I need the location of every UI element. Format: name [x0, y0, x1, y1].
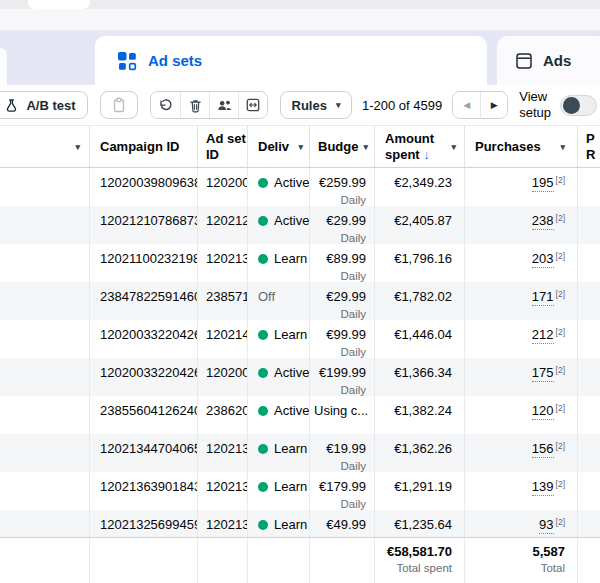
budget-cell[interactable]: €19.99 Daily [310, 434, 375, 472]
campaigns-tab-edge[interactable] [0, 48, 7, 85]
adset-id-cell[interactable]: 2385711 [198, 282, 248, 320]
adset-name-cell[interactable] [0, 358, 90, 396]
ab-test-button[interactable]: A/B test [0, 91, 88, 119]
adset-id-cell[interactable]: 1202134 [198, 434, 248, 472]
header-delivery[interactable]: Deliv ▾ [248, 126, 310, 167]
header-budget[interactable]: Budge ▾ [310, 126, 375, 167]
adset-name-cell[interactable] [0, 282, 90, 320]
table-row[interactable]: 12020033220426 1202141 Learn €99.99 Dail… [0, 320, 600, 358]
campaign-id-cell[interactable]: 120212107868730 [90, 206, 198, 244]
campaign-id-cell[interactable]: 12020033220426 [90, 358, 198, 396]
purchases-value[interactable]: 139 [532, 479, 554, 496]
delivery-cell[interactable]: Learn [248, 472, 310, 510]
purchases-value[interactable]: 203 [532, 251, 554, 268]
paste-button[interactable] [100, 91, 138, 119]
adset-name-cell[interactable] [0, 168, 90, 206]
adset-name-cell[interactable] [0, 396, 90, 434]
chevron-down-icon[interactable]: ▾ [560, 142, 565, 152]
table-row[interactable]: 120212107868730 1202121 Active €29.99 Da… [0, 206, 600, 244]
audience-button[interactable] [209, 92, 238, 118]
table-row[interactable]: 120211002321980 1202137 Learn €89.99 Dai… [0, 244, 600, 282]
purchases-cell[interactable]: 175[2] [465, 358, 578, 396]
table-row[interactable]: 12020033220426 1202003 Active €199.99 Da… [0, 358, 600, 396]
budget-cell[interactable]: €89.99 Daily [310, 244, 375, 282]
purchases-value[interactable]: 120 [532, 403, 554, 420]
delivery-cell[interactable]: Learn [248, 434, 310, 472]
purchases-cell[interactable]: 139[2] [465, 472, 578, 510]
adset-name-cell[interactable] [0, 320, 90, 358]
budget-cell[interactable]: Using c... [310, 396, 375, 434]
adset-id-cell[interactable]: 1202003 [198, 358, 248, 396]
next-page-button[interactable]: ▶ [480, 92, 507, 118]
purchases-cell[interactable]: 93[2] [465, 510, 578, 537]
budget-cell[interactable]: €99.99 Daily [310, 320, 375, 358]
delivery-cell[interactable]: Learn [248, 244, 310, 282]
header-amount-spent[interactable]: Amount spent ↓ ▾ [375, 126, 465, 167]
table-row[interactable]: 12021344704065 1202134 Learn €19.99 Dail… [0, 434, 600, 472]
tab-ads[interactable]: Ads [497, 36, 600, 85]
purchases-cell[interactable]: 195[2] [465, 168, 578, 206]
purchases-cell[interactable]: 238[2] [465, 206, 578, 244]
table-row[interactable]: 12020039809638 1202008 Active €259.99 Da… [0, 168, 600, 206]
chevron-down-icon[interactable]: ▾ [298, 142, 303, 152]
chevron-down-icon[interactable]: ▾ [451, 142, 456, 152]
header-adset-id[interactable]: Ad set ID [198, 126, 248, 167]
delivery-cell[interactable]: Off [248, 282, 310, 320]
campaign-id-cell[interactable]: 120211002321980 [90, 244, 198, 282]
delivery-cell[interactable]: Learn [248, 320, 310, 358]
purchases-cell[interactable]: 156[2] [465, 434, 578, 472]
campaign-id-cell[interactable]: 12020039809638 [90, 168, 198, 206]
table-row[interactable]: 12021363901843 1202136 Learn €179.99 Dai… [0, 472, 600, 510]
adset-id-cell[interactable]: 1202137 [198, 244, 248, 282]
adset-id-cell[interactable]: 1202121 [198, 206, 248, 244]
adset-id-cell[interactable]: 1202141 [198, 320, 248, 358]
prev-page-button[interactable]: ◀ [453, 92, 480, 118]
header-name[interactable]: ▾ [0, 126, 90, 167]
header-purchases[interactable]: Purchases ▾ [465, 126, 578, 167]
purchases-cell[interactable]: 171[2] [465, 282, 578, 320]
undo-button[interactable] [151, 92, 180, 118]
table-row[interactable]: 23855604126240 2386207 Active Using c...… [0, 396, 600, 434]
adset-name-cell[interactable] [0, 434, 90, 472]
header-purchase-roas[interactable]: P R [578, 126, 600, 167]
campaign-id-cell[interactable]: 23855604126240 [90, 396, 198, 434]
budget-cell[interactable]: €49.99 Daily [310, 510, 375, 537]
chevron-down-icon[interactable]: ▾ [75, 142, 80, 152]
budget-cell[interactable]: €29.99 Daily [310, 282, 375, 320]
quick-edit-button[interactable] [238, 92, 267, 118]
purchases-value[interactable]: 238 [532, 213, 554, 230]
budget-cell[interactable]: €199.99 Daily [310, 358, 375, 396]
purchases-value[interactable]: 93 [539, 517, 553, 534]
purchases-cell[interactable]: 120[2] [465, 396, 578, 434]
adset-id-cell[interactable]: 1202135 [198, 510, 248, 537]
delete-button[interactable] [180, 92, 209, 118]
budget-cell[interactable]: €179.99 Daily [310, 472, 375, 510]
purchases-value[interactable]: 171 [532, 289, 554, 306]
purchases-value[interactable]: 212 [532, 327, 554, 344]
delivery-cell[interactable]: Learn [248, 510, 310, 537]
delivery-cell[interactable]: Active [248, 168, 310, 206]
purchases-cell[interactable]: 212[2] [465, 320, 578, 358]
delivery-cell[interactable]: Active [248, 396, 310, 434]
tab-ad-sets[interactable]: Ad sets [95, 36, 487, 85]
rules-dropdown[interactable]: Rules ▾ [280, 91, 352, 119]
budget-cell[interactable]: €259.99 Daily [310, 168, 375, 206]
table-row[interactable]: 12021325699459 1202135 Learn €49.99 Dail… [0, 510, 600, 537]
view-setup-toggle[interactable] [560, 95, 597, 116]
purchases-value[interactable]: 156 [532, 441, 554, 458]
delivery-cell[interactable]: Active [248, 206, 310, 244]
budget-cell[interactable]: €29.99 Daily [310, 206, 375, 244]
chevron-down-icon[interactable]: ▾ [363, 142, 368, 152]
campaign-id-cell[interactable]: 12021363901843 [90, 472, 198, 510]
purchases-cell[interactable]: 203[2] [465, 244, 578, 282]
adset-id-cell[interactable]: 2386207 [198, 396, 248, 434]
purchases-value[interactable]: 195 [532, 175, 554, 192]
campaign-id-cell[interactable]: 12021344704065 [90, 434, 198, 472]
adset-name-cell[interactable] [0, 206, 90, 244]
purchases-value[interactable]: 175 [532, 365, 554, 382]
adset-id-cell[interactable]: 1202008 [198, 168, 248, 206]
campaign-id-cell[interactable]: 23847822591460 [90, 282, 198, 320]
table-row[interactable]: 23847822591460 2385711 Off €29.99 Daily … [0, 282, 600, 320]
delivery-cell[interactable]: Active [248, 358, 310, 396]
adset-name-cell[interactable] [0, 244, 90, 282]
